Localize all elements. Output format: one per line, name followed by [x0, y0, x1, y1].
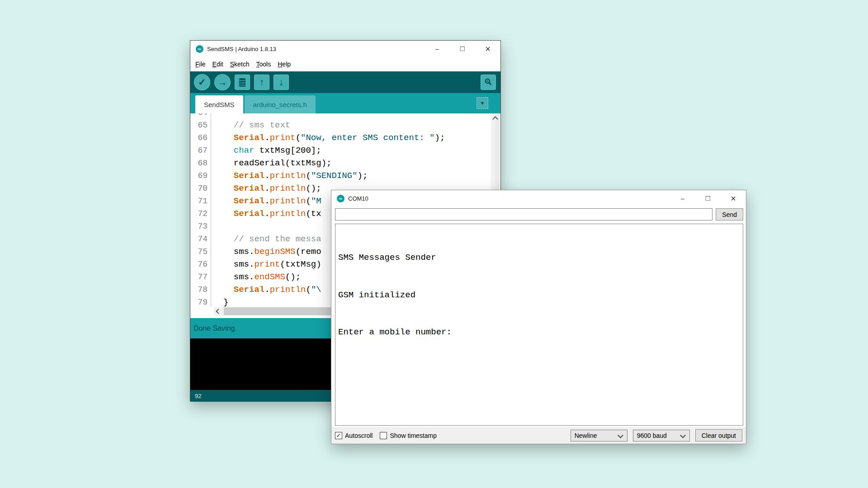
menu-bar: File Edit Sketch Tools Help — [190, 57, 500, 71]
tab-sendsms[interactable]: SendSMS — [195, 95, 243, 113]
line-number: 67 — [190, 144, 211, 157]
line-number: 69 — [190, 169, 211, 182]
ide-title-bar: ∞ SendSMS | Arduino 1.8.13 – □ × — [190, 41, 500, 57]
document-icon — [239, 78, 245, 87]
open-button[interactable]: ↑ — [254, 75, 269, 90]
code-line: 65 // sms text — [190, 119, 491, 131]
line-number: 72 — [190, 207, 211, 220]
ide-window-controls: – □ × — [425, 41, 500, 57]
chevron-down-icon: ▼ — [480, 100, 485, 106]
magnifier-icon — [484, 78, 493, 87]
line-number: 76 — [190, 258, 211, 271]
arrow-up-icon: ↑ — [259, 77, 264, 88]
serial-output-line: SMS Messages Sender — [338, 252, 740, 264]
line-number: 78 — [190, 283, 211, 296]
tab-list-button[interactable]: ▼ — [476, 97, 488, 109]
line-number: 79 — [190, 296, 211, 307]
line-number: 64 — [190, 113, 211, 119]
show-timestamp-label: Show timestamp — [390, 432, 436, 439]
maximize-button[interactable]: □ — [695, 190, 721, 206]
code-text: Serial.print("Now, enter SMS content: ")… — [211, 131, 445, 144]
code-text: Serial.println("M — [211, 195, 321, 207]
scroll-left-icon — [216, 309, 221, 314]
serial-monitor-window: ∞ COM10 – □ × Send SMS Messages Sender G… — [331, 190, 746, 444]
menu-file[interactable]: File — [195, 61, 206, 68]
serial-input-row: Send — [335, 208, 743, 221]
code-text: readSerial(txtMsg); — [211, 157, 331, 169]
line-number: 77 — [190, 271, 211, 283]
maximize-button[interactable]: □ — [450, 41, 475, 57]
serial-output-area[interactable]: SMS Messages Sender GSM initialized Ente… — [335, 224, 743, 426]
cursor-line-indicator: 92 — [195, 393, 201, 399]
line-ending-value: Newline — [575, 432, 597, 439]
menu-tools[interactable]: Tools — [256, 61, 271, 68]
code-text: sms.endSMS(); — [211, 271, 301, 283]
monitor-window-title: COM10 — [348, 195, 368, 202]
scroll-up-icon — [492, 116, 498, 122]
baud-rate-value: 9600 baud — [637, 432, 667, 439]
clear-output-button[interactable]: Clear output — [695, 429, 742, 441]
code-text: Serial.println("\ — [211, 283, 321, 296]
baud-rate-select[interactable]: 9600 baud — [633, 430, 690, 441]
save-button[interactable]: ↓ — [274, 75, 289, 90]
monitor-title-bar: ∞ COM10 – □ × — [331, 190, 746, 206]
line-number: 68 — [190, 157, 211, 169]
arduino-logo-icon: ∞ — [196, 45, 203, 53]
line-number: 75 — [190, 245, 211, 258]
serial-input[interactable] — [335, 208, 712, 221]
code-text: sms.print(txtMsg) — [211, 258, 321, 271]
check-icon: ✓ — [198, 77, 206, 88]
scrollbar-thumb[interactable] — [224, 307, 345, 315]
code-text: char txtMsg[200]; — [211, 144, 321, 157]
minimize-button[interactable]: – — [670, 190, 695, 206]
code-text: // send the messa — [211, 233, 321, 245]
code-line: 69 Serial.println("SENDING"); — [190, 169, 491, 182]
tab-bar: SendSMS arduino_secrets.h ▼ — [190, 93, 500, 113]
autoscroll-label: Autoscroll — [345, 432, 373, 439]
code-text — [211, 220, 223, 233]
verify-button[interactable]: ✓ — [194, 74, 210, 90]
send-button[interactable]: Send — [716, 208, 743, 221]
close-button[interactable]: × — [721, 190, 746, 206]
code-text: Serial.println("SENDING"); — [211, 169, 368, 182]
new-sketch-button[interactable] — [235, 75, 250, 90]
tab-arduino-secrets[interactable]: arduino_secrets.h — [245, 95, 316, 113]
line-number: 73 — [190, 220, 211, 233]
line-number: 65 — [190, 119, 211, 131]
code-line: 67 char txtMsg[200]; — [190, 144, 491, 157]
code-text — [211, 113, 223, 119]
code-text: } — [211, 296, 228, 307]
serial-output-line: Enter a mobile number: — [338, 326, 740, 339]
code-line: 68 readSerial(txtMsg); — [190, 157, 491, 169]
code-text: sms.beginSMS(remo — [211, 245, 321, 258]
code-line: 66 Serial.print("Now, enter SMS content:… — [190, 131, 491, 144]
upload-button[interactable]: → — [214, 74, 231, 90]
status-message: Done Saving. — [193, 324, 237, 333]
code-text: Serial.println(); — [211, 182, 321, 195]
menu-help[interactable]: Help — [278, 61, 291, 68]
checkmark-icon: ✓ — [336, 432, 341, 439]
show-timestamp-checkbox[interactable]: ✓ — [380, 432, 387, 439]
ide-toolbar: ✓ → ↑ ↓ — [190, 71, 500, 93]
autoscroll-checkbox[interactable]: ✓ — [335, 432, 342, 439]
code-line: 64 — [190, 113, 491, 119]
ide-window-title: SendSMS | Arduino 1.8.13 — [207, 46, 276, 52]
code-text: // sms text — [211, 119, 290, 131]
monitor-bottom-bar: ✓ Autoscroll ✓ Show timestamp Newline 96… — [331, 427, 746, 444]
line-number: 66 — [190, 131, 211, 144]
close-button[interactable]: × — [475, 41, 500, 57]
line-number: 71 — [190, 195, 211, 207]
arrow-right-icon: → — [218, 77, 227, 88]
line-number: 70 — [190, 182, 211, 195]
minimize-button[interactable]: – — [425, 41, 450, 57]
code-text: Serial.println(tx — [211, 207, 321, 220]
menu-edit[interactable]: Edit — [212, 61, 223, 68]
serial-monitor-button[interactable] — [481, 75, 496, 90]
monitor-window-controls: – □ × — [670, 190, 746, 206]
serial-output-line: GSM initialized — [338, 289, 740, 302]
line-ending-select[interactable]: Newline — [571, 430, 627, 441]
arduino-logo-icon: ∞ — [337, 195, 344, 202]
arrow-down-icon: ↓ — [279, 77, 284, 88]
menu-sketch[interactable]: Sketch — [230, 61, 250, 68]
line-number: 74 — [190, 233, 211, 245]
